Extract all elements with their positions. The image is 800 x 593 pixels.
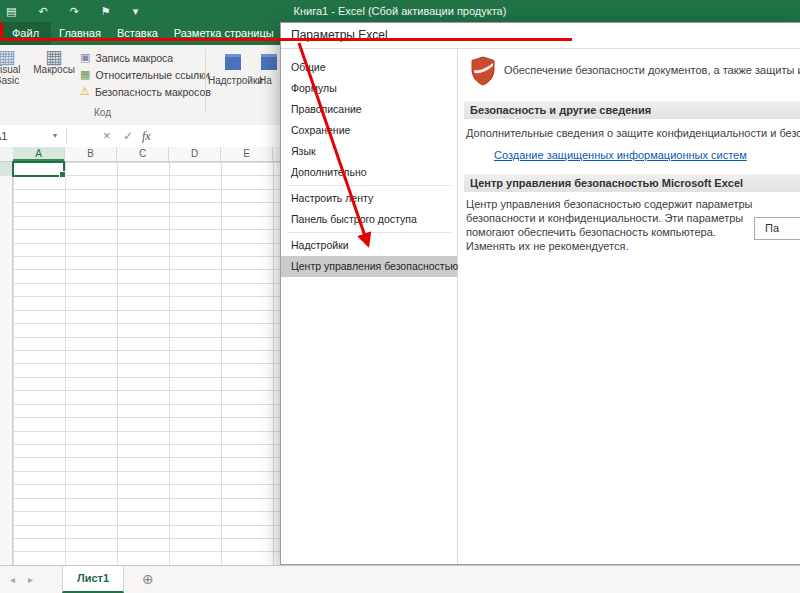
sidebar-separator	[287, 232, 451, 233]
record-macro-label: Запись макроса	[95, 52, 173, 64]
sidebar-item-trust-center[interactable]: Центр управления безопасностью	[281, 256, 457, 277]
column-header-c[interactable]: C	[117, 147, 169, 161]
warning-icon: ⚠	[80, 86, 90, 97]
tab-insert[interactable]: Вставка	[109, 22, 166, 45]
relative-references-icon: ▦	[80, 69, 90, 80]
quick-access-toolbar: ▤ ↶ ↷ ⚑ ▾	[6, 0, 138, 22]
security-info-section-header: Безопасность и другие сведения	[464, 101, 800, 119]
privacy-info-text: Дополнительные сведения о защите конфиде…	[466, 127, 800, 139]
com-addins-label: На	[257, 75, 272, 86]
macro-security-button[interactable]: ⚠ Безопасность макросов	[80, 84, 211, 99]
code-group-label: Код	[0, 107, 205, 118]
record-macro-icon: ▣	[80, 52, 90, 63]
addins-label: Надстройки	[208, 75, 263, 86]
addins-button[interactable]: Надстройки	[208, 48, 258, 120]
sidebar-separator	[287, 185, 451, 186]
trust-center-settings-button[interactable]: Па	[754, 217, 800, 240]
sidebar-item-general[interactable]: Общие	[281, 57, 457, 78]
macro-security-label: Безопасность макросов	[95, 86, 211, 98]
column-header-b[interactable]: B	[65, 147, 117, 161]
dialog-title: Параметры Excel	[281, 23, 800, 49]
macros-label: Макросы	[33, 64, 75, 75]
sidebar-item-save[interactable]: Сохранение	[281, 120, 457, 141]
row-1-highlight	[0, 162, 12, 176]
sidebar-item-language[interactable]: Язык	[281, 141, 457, 162]
dialog-body: Общие Формулы Правописание Сохранение Яз…	[281, 49, 800, 564]
record-macro-button[interactable]: ▣ Запись макроса	[80, 50, 173, 65]
sheet-tab-list1[interactable]: Лист1	[62, 566, 124, 593]
sheet-nav-left-icon[interactable]: ◂	[10, 566, 15, 593]
insert-function-icon[interactable]: fx	[142, 125, 151, 147]
redo-icon[interactable]: ↷	[70, 5, 79, 18]
row-header-gutter[interactable]	[0, 162, 13, 565]
trust-center-description: Центр управления безопасностью содержит …	[466, 197, 766, 253]
sidebar-item-addins[interactable]: Надстройки	[281, 235, 457, 256]
name-box[interactable]: A1	[0, 125, 58, 147]
com-addins-cube-icon	[261, 54, 277, 70]
selected-cell-a1[interactable]	[12, 161, 65, 177]
macros-icon: ▦	[30, 51, 78, 62]
sheet-tab-bar: ◂ ▸ Лист1 ⊕	[0, 565, 800, 593]
save-icon[interactable]: ▤	[6, 5, 16, 18]
visual-basic-label: Visual Basic	[0, 64, 21, 86]
column-header-e[interactable]: E	[221, 147, 273, 161]
trust-center-section-header: Центр управления безопасностью Microsoft…	[464, 174, 800, 192]
sidebar-item-formulas[interactable]: Формулы	[281, 78, 457, 99]
name-box-dropdown-icon[interactable]: ▾	[53, 125, 57, 147]
add-sheet-icon[interactable]: ⊕	[142, 566, 154, 593]
touch-mode-icon[interactable]: ⚑	[101, 5, 111, 18]
excel-options-dialog: Параметры Excel Общие Формулы Правописан…	[280, 22, 800, 565]
tab-file[interactable]: Файл	[0, 22, 51, 45]
column-header-a[interactable]: A	[13, 147, 65, 161]
confirm-entry-icon[interactable]: ✓	[123, 125, 133, 147]
worksheet-grid[interactable]	[13, 162, 281, 565]
relative-references-label: Относительные ссылки	[95, 69, 209, 81]
select-all-corner[interactable]	[0, 147, 14, 161]
trust-intro-text: Обеспечение безопасности документов, а т…	[504, 64, 800, 76]
security-shield-icon	[470, 56, 496, 88]
sidebar-item-customize-ribbon[interactable]: Настроить ленту	[281, 188, 457, 209]
undo-icon[interactable]: ↶	[38, 5, 47, 18]
tab-home[interactable]: Главная	[51, 22, 109, 45]
dialog-content: Обеспечение безопасности документов, а т…	[458, 49, 800, 564]
visual-basic-icon: ▦	[0, 51, 30, 62]
secure-systems-link[interactable]: Создание защищенных информационных систе…	[494, 149, 747, 161]
ribbon-group-separator	[205, 49, 206, 113]
dialog-sidebar: Общие Формулы Правописание Сохранение Яз…	[281, 49, 458, 564]
title-bar: Книга1 - Excel (Сбой активации продукта)…	[0, 0, 800, 22]
excel-window: Книга1 - Excel (Сбой активации продукта)…	[0, 0, 800, 593]
customize-qat-icon[interactable]: ▾	[133, 5, 139, 18]
sheet-nav-right-icon[interactable]: ▸	[28, 566, 33, 593]
addins-cube-icon	[225, 54, 241, 70]
cancel-entry-icon[interactable]: ×	[103, 125, 111, 147]
column-header-d[interactable]: D	[169, 147, 221, 161]
fill-handle[interactable]	[59, 171, 66, 178]
formula-bar-divider	[66, 128, 67, 144]
tab-page-layout[interactable]: Разметка страницы	[166, 22, 282, 45]
sidebar-item-quick-access[interactable]: Панель быстрого доступа	[281, 209, 457, 230]
sidebar-item-proofing[interactable]: Правописание	[281, 99, 457, 120]
sidebar-item-advanced[interactable]: Дополнительно	[281, 162, 457, 183]
relative-references-button[interactable]: ▦ Относительные ссылки	[80, 67, 210, 82]
